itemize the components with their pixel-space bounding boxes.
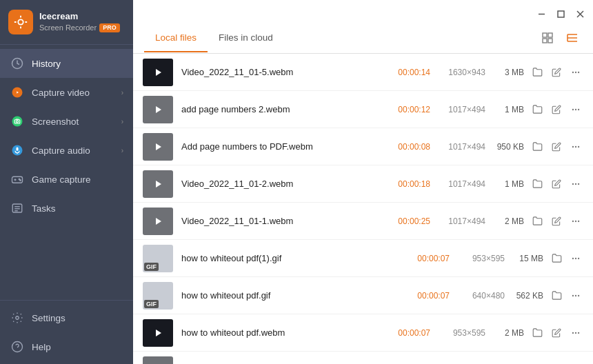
edit-button[interactable] bbox=[549, 139, 564, 154]
file-size: 3 MB bbox=[485, 68, 524, 77]
svg-point-49 bbox=[572, 220, 574, 221]
open-folder-button[interactable] bbox=[549, 288, 564, 303]
list-view-button[interactable] bbox=[563, 28, 582, 48]
title-bar bbox=[133, 0, 593, 22]
file-name: add page numbers 2.webm bbox=[181, 104, 386, 114]
file-actions bbox=[530, 214, 583, 229]
edit-button[interactable] bbox=[549, 176, 564, 192]
sidebar-item-history[interactable]: History bbox=[0, 49, 133, 78]
more-options-button[interactable] bbox=[568, 214, 583, 229]
table-row[interactable]: how to whiteout pdf.webm00:00:07953×5952… bbox=[133, 314, 593, 352]
svg-point-53 bbox=[575, 257, 576, 259]
app-subtitle: Screen Recorder PRO bbox=[39, 23, 120, 32]
file-actions bbox=[530, 176, 583, 192]
open-folder-button[interactable] bbox=[530, 325, 545, 341]
play-icon bbox=[143, 208, 173, 235]
svg-point-47 bbox=[578, 183, 579, 184]
file-actions bbox=[530, 65, 583, 80]
file-size: 2 MB bbox=[485, 216, 524, 226]
pro-badge: PRO bbox=[99, 23, 120, 33]
table-row[interactable]: GIFhow to whiteout pdf.gif00:00:07640×48… bbox=[133, 277, 593, 314]
file-actions bbox=[530, 325, 583, 341]
sidebar-item-settings[interactable]: Settings bbox=[0, 303, 133, 332]
sidebar-item-screenshot[interactable]: Screenshot › bbox=[0, 107, 133, 136]
more-options-button[interactable] bbox=[568, 102, 583, 117]
open-folder-button[interactable] bbox=[530, 139, 545, 154]
table-row[interactable]: Add page numbers to PDF.webm00:00:081017… bbox=[133, 128, 593, 165]
table-row[interactable]: add page numbers 2.webm00:00:121017×4941… bbox=[133, 91, 593, 128]
tab-files-in-cloud[interactable]: Files in cloud bbox=[208, 24, 284, 52]
clock-icon bbox=[10, 56, 25, 71]
sidebar-item-tasks[interactable]: Tasks bbox=[0, 194, 133, 223]
app-title: Icecream bbox=[39, 11, 120, 23]
svg-point-35 bbox=[578, 71, 579, 72]
tab-local-files[interactable]: Local files bbox=[144, 24, 208, 52]
sidebar-item-capture-audio[interactable]: Capture audio › bbox=[0, 136, 133, 165]
table-row[interactable]: GIFhow to whiteout pdf(1).gif00:00:07953… bbox=[133, 240, 593, 277]
open-folder-button[interactable] bbox=[530, 176, 545, 192]
sidebar-item-help[interactable]: Help bbox=[0, 332, 133, 361]
play-icon bbox=[143, 96, 173, 123]
file-size: 1 MB bbox=[485, 179, 524, 189]
svg-point-5 bbox=[12, 117, 23, 127]
svg-point-50 bbox=[575, 220, 576, 221]
file-thumbnail bbox=[143, 133, 173, 161]
svg-point-42 bbox=[575, 145, 576, 147]
file-thumbnail: GIF bbox=[143, 282, 173, 310]
file-duration: 00:00:25 bbox=[386, 216, 430, 226]
open-folder-button[interactable] bbox=[549, 251, 564, 266]
open-folder-button[interactable] bbox=[530, 214, 545, 229]
file-name: Add page numbers to PDF.webm bbox=[181, 141, 386, 152]
file-thumbnail bbox=[143, 59, 173, 86]
svg-point-37 bbox=[572, 108, 574, 110]
svg-point-61 bbox=[578, 332, 579, 333]
edit-button[interactable] bbox=[549, 325, 564, 341]
sidebar-item-game-capture[interactable]: Game capture bbox=[0, 165, 133, 194]
more-options-button[interactable] bbox=[568, 65, 583, 80]
minimize-button[interactable] bbox=[536, 9, 546, 19]
maximize-button[interactable] bbox=[556, 9, 565, 19]
file-actions bbox=[530, 102, 583, 117]
grid-view-button[interactable] bbox=[538, 28, 557, 48]
sidebar-item-capture-video[interactable]: Capture video › bbox=[0, 78, 133, 107]
close-button[interactable] bbox=[575, 9, 585, 19]
table-row[interactable]: Video_2022_11_01-5.webm00:00:141630×9433… bbox=[133, 54, 593, 91]
svg-marker-48 bbox=[156, 218, 161, 225]
svg-rect-24 bbox=[543, 33, 547, 37]
file-resolution: 953×595 bbox=[430, 328, 485, 338]
table-row[interactable]: Video_2022_11_01-2.webm00:00:181017×4941… bbox=[133, 165, 593, 203]
file-resolution: 1017×494 bbox=[430, 179, 485, 189]
file-thumbnail bbox=[143, 356, 173, 365]
svg-point-41 bbox=[572, 145, 574, 147]
file-resolution: 1017×494 bbox=[430, 142, 485, 152]
file-duration: 00:00:12 bbox=[386, 105, 430, 114]
video-icon bbox=[10, 85, 25, 100]
chevron-right-icon: › bbox=[121, 118, 123, 125]
edit-button[interactable] bbox=[549, 214, 564, 229]
sidebar-item-label: Game capture bbox=[32, 174, 91, 185]
more-options-button[interactable] bbox=[568, 251, 583, 266]
file-duration: 00:00:07 bbox=[405, 291, 450, 301]
table-row[interactable]: whiteout.webm00:00:13953×5954 MB bbox=[133, 352, 593, 364]
more-options-button[interactable] bbox=[568, 288, 583, 303]
open-folder-button[interactable] bbox=[530, 102, 545, 117]
app-logo: Icecream Screen Recorder PRO bbox=[0, 0, 133, 45]
svg-rect-27 bbox=[548, 39, 552, 43]
svg-marker-58 bbox=[156, 330, 161, 336]
main-content: Local files Files in cloud Video_2022_11… bbox=[133, 0, 593, 364]
svg-point-60 bbox=[575, 332, 576, 333]
file-thumbnail bbox=[143, 319, 173, 347]
svg-rect-9 bbox=[17, 148, 19, 151]
sidebar-item-label: Screenshot bbox=[32, 117, 79, 127]
file-resolution: 1630×943 bbox=[430, 68, 485, 77]
more-options-button[interactable] bbox=[568, 139, 583, 154]
table-row[interactable]: Video_2022_11_01-1.webm00:00:251017×4942… bbox=[133, 203, 593, 240]
open-folder-button[interactable] bbox=[530, 65, 545, 80]
more-options-button[interactable] bbox=[568, 176, 583, 192]
more-options-button[interactable] bbox=[568, 325, 583, 341]
file-thumbnail bbox=[143, 170, 173, 198]
file-name: Video_2022_11_01-1.webm bbox=[181, 216, 386, 226]
edit-button[interactable] bbox=[549, 65, 564, 80]
logo-icon bbox=[8, 10, 33, 34]
edit-button[interactable] bbox=[549, 102, 564, 117]
